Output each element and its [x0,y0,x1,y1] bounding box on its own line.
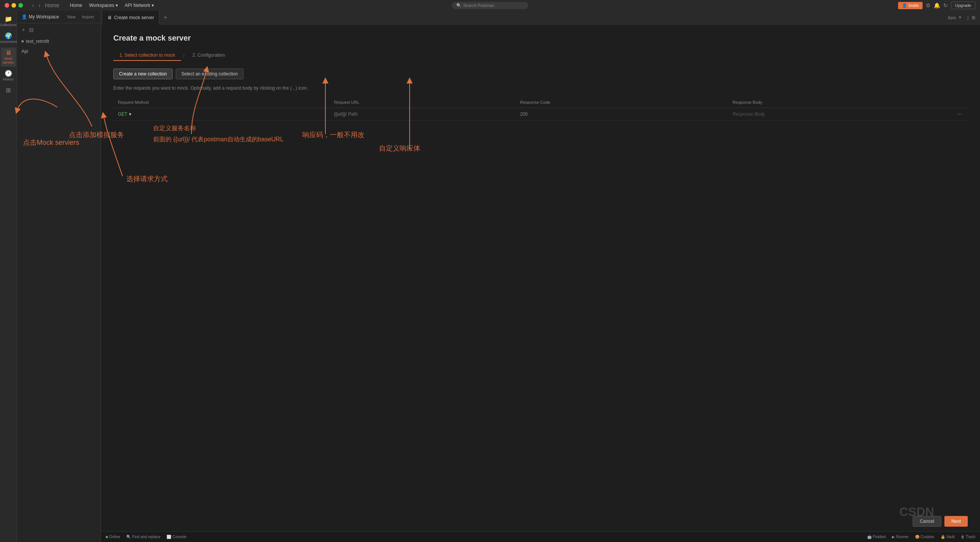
response-code-value: 200 [520,111,528,117]
menu-workspaces[interactable]: Workspaces ▾ [86,2,121,9]
collection-buttons: Create a new collection Select an existi… [113,69,968,79]
sidebar: 👤 My Workspace New Import ＋ ⊟ test_retro… [17,11,101,542]
col-more [952,97,968,108]
menu-bar: Home Workspaces ▾ API Network ▾ [67,2,157,9]
history-icon: 🕐 [5,70,12,77]
console-btn[interactable]: ⬜ Console [167,535,186,539]
search-bar[interactable]: 🔍 Search Postman [452,2,528,9]
home-button[interactable]: Home [43,2,60,9]
col-request-url: Request URL [330,97,516,108]
postbot-icon: 🤖 [867,535,872,539]
sidebar-collection-test-retrofit[interactable]: test_retrofit [17,36,101,46]
find-replace-btn[interactable]: 🔍 Find and replace [126,535,161,539]
workspace-label: 👤 My Workspace [21,14,59,20]
more-options-button[interactable]: ⋯ [957,111,962,117]
response-body-placeholder: Response Body [732,111,765,117]
runner-btn[interactable]: ▶ Runner [892,535,909,539]
step2-tab[interactable]: 2. Configuration [186,50,231,61]
activity-bar: 📁 Collections 🌍 Environments 🖥 Mock serv… [0,11,17,542]
tab-add-button[interactable]: ＋ [159,13,172,21]
divider: | [967,15,969,20]
invite-button[interactable]: 👤 Invite [898,2,923,9]
response-code-cell[interactable]: 200 [516,108,728,121]
add-icon[interactable]: ＋ [20,26,27,34]
filter-icon[interactable]: ⊟ [28,26,34,34]
page-content: Create a mock server 1. Select collectio… [101,25,980,542]
bottom-bar: Online 🔍 Find and replace ⬜ Console 🤖 Po… [101,531,980,542]
dot-icon [21,40,24,43]
tab-bar: 🖥 Create mock server ＋ Apis ▾ | ⊞ [101,11,980,25]
console-icon: ⬜ [167,535,171,539]
select-existing-collection-button[interactable]: Select an existing collection [176,69,243,79]
import-button[interactable]: Import [80,14,96,20]
sidebar-item-environments[interactable]: 🌍 Environments [1,31,16,46]
sidebar-header: 👤 My Workspace New Import [17,11,101,23]
collections-label: Collections [0,23,17,27]
tab-create-mock-server[interactable]: 🖥 Create mock server [103,11,159,25]
environments-icon: 🌍 [5,33,12,39]
notification-icon[interactable]: 🔔 [934,2,940,8]
cancel-button[interactable]: Cancel [913,516,941,527]
menu-api-network[interactable]: API Network ▾ [122,2,157,9]
sidebar-toolbar: ＋ ⊟ [17,23,101,36]
sidebar-item-collections[interactable]: 📁 Collections [1,14,16,29]
online-status: Online [106,535,120,539]
cookies-icon: 🍪 [915,535,920,539]
app-layout: 📁 Collections 🌍 Environments 🖥 Mock serv… [0,11,980,542]
new-button[interactable]: New [65,14,78,20]
upgrade-button[interactable]: Upgrade [951,2,975,9]
main-content: 🖥 Create mock server ＋ Apis ▾ | ⊞ Create… [101,11,980,542]
settings-icon[interactable]: ⚙ [926,2,931,8]
titlebar: ‹ › Home Home Workspaces ▾ API Network ▾… [0,0,980,11]
page-title: Create a mock server [113,34,968,43]
environments-label: Environments [0,40,19,44]
vault-icon: 🔒 [941,535,945,539]
tab-mock-icon: 🖥 [107,15,112,20]
footer-actions: Cancel Next [913,516,968,527]
mock-servers-label: Mock servers [2,57,15,64]
postbot-btn[interactable]: 🤖 Postbot [867,535,886,539]
create-new-collection-button[interactable]: Create a new collection [113,69,173,79]
sidebar-item-history[interactable]: 🕐 History [1,68,16,84]
flows-icon: ⊞ [6,87,11,93]
step-tabs: 1. Select collection to mock › 2. Config… [113,50,968,61]
more-cell[interactable]: ⋯ [952,108,968,121]
sidebar-actions: New Import [65,14,96,20]
mock-servers-icon: 🖥 [5,50,11,56]
vault-btn[interactable]: 🔒 Vault [941,535,955,539]
sidebar-item-mock-servers[interactable]: 🖥 Mock servers [1,47,16,67]
method-cell[interactable]: GET ▾ [113,108,330,121]
step-separator: › [183,52,185,59]
col-request-method: Request Method [113,97,330,108]
url-cell[interactable]: {{url}}/ Path [330,108,516,121]
response-body-cell[interactable]: Response Body [728,108,952,121]
titlebar-right: 👤 Invite ⚙ 🔔 ↻ Upgrade [898,2,976,9]
search-placeholder: Search Postman [463,3,494,8]
minimize-button[interactable] [11,3,16,8]
search-icon: 🔍 [456,3,462,8]
url-prefix: {{url}}/ [334,111,347,117]
step1-tab[interactable]: 1. Select collection to mock [113,50,181,61]
nav-controls: ‹ › Home [31,2,61,9]
tab-right-actions: Apis ▾ | ⊞ [948,15,980,20]
online-dot [106,536,108,538]
sidebar-collection-api[interactable]: Api [17,46,101,56]
col-response-body: Response Body [728,97,952,108]
trash-btn[interactable]: 🗑 Trash [961,535,975,539]
method-chevron: ▾ [129,111,131,117]
back-button[interactable]: ‹ [31,2,36,9]
close-button[interactable] [5,3,9,8]
grid-view-button[interactable]: ⊞ [972,15,975,20]
url-path-placeholder[interactable]: Path [348,111,358,117]
forward-button[interactable]: › [37,2,42,9]
next-button[interactable]: Next [944,516,968,527]
cookies-btn[interactable]: 🍪 Cookies [915,535,934,539]
method-dropdown[interactable]: GET [118,111,127,117]
apis-label: Apis [948,15,956,20]
traffic-lights [5,3,23,8]
dropdown-icon: ▾ [959,15,961,20]
maximize-button[interactable] [18,3,23,8]
sidebar-item-flows[interactable]: ⊞ [1,85,16,96]
menu-home[interactable]: Home [67,2,85,9]
sync-icon[interactable]: ↻ [943,2,948,8]
